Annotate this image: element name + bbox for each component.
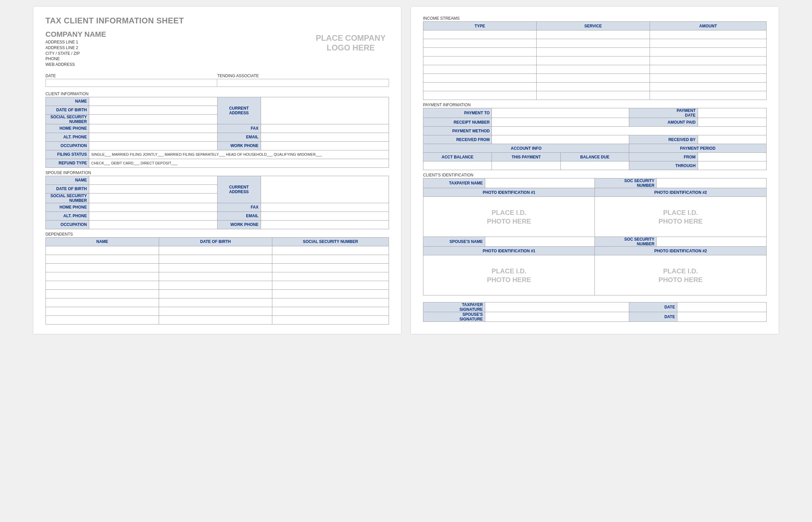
dep-name-input[interactable] bbox=[46, 272, 159, 281]
email-input[interactable] bbox=[261, 133, 389, 141]
dep-name-input[interactable] bbox=[46, 316, 159, 324]
income-service-input[interactable] bbox=[536, 83, 650, 91]
spouse-alt-phone-input[interactable] bbox=[89, 212, 218, 220]
received-from-input[interactable] bbox=[492, 135, 629, 144]
work-phone-input[interactable] bbox=[261, 141, 389, 150]
income-amount-input[interactable] bbox=[650, 83, 766, 91]
amount-paid-input[interactable] bbox=[698, 118, 766, 127]
payment-date-input[interactable] bbox=[698, 108, 766, 118]
occupation-input[interactable] bbox=[89, 141, 218, 150]
dep-ssn-input[interactable] bbox=[272, 316, 389, 324]
dep-dob-input[interactable] bbox=[159, 316, 272, 324]
income-service-input[interactable] bbox=[536, 48, 650, 57]
date-input[interactable] bbox=[45, 79, 217, 87]
dep-ssn-input[interactable] bbox=[272, 255, 389, 263]
taxpayer-photo-1-placeholder[interactable]: PLACE I.D. PHOTO HERE bbox=[423, 197, 595, 237]
income-type-input[interactable] bbox=[423, 91, 537, 100]
spouse-photo-1-placeholder[interactable]: PLACE I.D. PHOTO HERE bbox=[423, 255, 595, 296]
from-input[interactable] bbox=[698, 153, 766, 161]
dep-dob-input[interactable] bbox=[159, 298, 272, 307]
dep-dob-input[interactable] bbox=[159, 281, 272, 289]
income-type-input[interactable] bbox=[423, 31, 537, 39]
spouse-occupation-input[interactable] bbox=[89, 220, 218, 229]
spouse-ssn-input[interactable] bbox=[89, 193, 218, 203]
receipt-number-input[interactable] bbox=[492, 118, 629, 127]
dep-dob-input[interactable] bbox=[159, 307, 272, 316]
home-phone-input[interactable] bbox=[89, 124, 218, 133]
income-type-input[interactable] bbox=[423, 39, 537, 48]
dep-name-input[interactable] bbox=[46, 281, 159, 289]
acct-balance-input[interactable] bbox=[423, 161, 492, 170]
income-amount-input[interactable] bbox=[650, 65, 766, 74]
spouses-signature-input[interactable] bbox=[485, 312, 629, 322]
dep-name-input[interactable] bbox=[46, 307, 159, 316]
refund-type-options[interactable]: CHECK___ DEBIT CARD___ DIRECT DEPOSIT___ bbox=[89, 159, 389, 167]
taxpayer-signature-input[interactable] bbox=[485, 302, 629, 312]
spouse-home-phone-input[interactable] bbox=[89, 203, 218, 212]
income-type-input[interactable] bbox=[423, 48, 537, 57]
spouse-soc-security-number-input[interactable] bbox=[657, 237, 767, 247]
dep-dob-input[interactable] bbox=[159, 246, 272, 255]
soc-security-number-input[interactable] bbox=[657, 178, 767, 188]
spouse-email-input[interactable] bbox=[261, 212, 389, 220]
name-input[interactable] bbox=[89, 97, 218, 106]
taxpayer-sig-date-input[interactable] bbox=[677, 302, 766, 312]
income-amount-input[interactable] bbox=[650, 48, 766, 57]
dep-name-input[interactable] bbox=[46, 263, 159, 272]
dob-input[interactable] bbox=[89, 106, 218, 114]
dep-name-input[interactable] bbox=[46, 246, 159, 255]
spouse-fax-input[interactable] bbox=[261, 203, 389, 212]
dep-ssn-input[interactable] bbox=[272, 307, 389, 316]
income-service-input[interactable] bbox=[536, 57, 650, 65]
dep-ssn-input[interactable] bbox=[272, 263, 389, 272]
income-type-input[interactable] bbox=[423, 83, 537, 91]
dep-dob-input[interactable] bbox=[159, 272, 272, 281]
dep-ssn-input[interactable] bbox=[272, 298, 389, 307]
filing-status-options[interactable]: SINGLE___ MARRIED FILING JOINTLY___ MARR… bbox=[89, 150, 389, 159]
dep-ssn-input[interactable] bbox=[272, 289, 389, 298]
dep-name-input[interactable] bbox=[46, 298, 159, 307]
current-address-input[interactable] bbox=[261, 97, 389, 124]
through-input[interactable] bbox=[698, 161, 766, 170]
income-service-input[interactable] bbox=[536, 91, 650, 100]
spouse-photo-2-placeholder[interactable]: PLACE I.D. PHOTO HERE bbox=[595, 255, 767, 296]
tending-associate-input[interactable] bbox=[217, 79, 389, 87]
received-by-input[interactable] bbox=[698, 135, 766, 144]
fax-input[interactable] bbox=[261, 124, 389, 133]
spouse-dob-input[interactable] bbox=[89, 184, 218, 193]
taxpayer-name-input[interactable] bbox=[485, 178, 595, 188]
balance-due-input[interactable] bbox=[561, 161, 629, 170]
dep-dob-input[interactable] bbox=[159, 289, 272, 298]
income-type-input[interactable] bbox=[423, 74, 537, 83]
spouse-work-phone-input[interactable] bbox=[261, 220, 389, 229]
ssn-input[interactable] bbox=[89, 114, 218, 124]
dep-name-input[interactable] bbox=[46, 289, 159, 298]
income-service-input[interactable] bbox=[536, 65, 650, 74]
income-amount-input[interactable] bbox=[650, 31, 766, 39]
spouses-name-input[interactable] bbox=[485, 237, 595, 247]
dep-ssn-input[interactable] bbox=[272, 246, 389, 255]
income-amount-input[interactable] bbox=[650, 91, 766, 100]
dep-dob-input[interactable] bbox=[159, 263, 272, 272]
spouse-name-input[interactable] bbox=[89, 176, 218, 184]
taxpayer-photo-2-placeholder[interactable]: PLACE I.D. PHOTO HERE bbox=[595, 197, 767, 237]
income-type-input[interactable] bbox=[423, 57, 537, 65]
income-type-input[interactable] bbox=[423, 65, 537, 74]
spouse-sig-date-input[interactable] bbox=[677, 312, 766, 322]
income-service-input[interactable] bbox=[536, 39, 650, 48]
dep-ssn-input[interactable] bbox=[272, 272, 389, 281]
alt-phone-input[interactable] bbox=[89, 133, 218, 141]
income-service-input[interactable] bbox=[536, 74, 650, 83]
dep-name-input[interactable] bbox=[46, 255, 159, 263]
payment-to-input[interactable] bbox=[492, 108, 629, 118]
company-name: COMPANY NAME bbox=[45, 30, 106, 39]
payment-method-input[interactable] bbox=[492, 127, 767, 135]
income-service-input[interactable] bbox=[536, 31, 650, 39]
dep-ssn-input[interactable] bbox=[272, 281, 389, 289]
spouse-current-address-input[interactable] bbox=[261, 176, 389, 203]
income-amount-input[interactable] bbox=[650, 39, 766, 48]
this-payment-input[interactable] bbox=[492, 161, 561, 170]
dep-dob-input[interactable] bbox=[159, 255, 272, 263]
income-amount-input[interactable] bbox=[650, 74, 766, 83]
income-amount-input[interactable] bbox=[650, 57, 766, 65]
